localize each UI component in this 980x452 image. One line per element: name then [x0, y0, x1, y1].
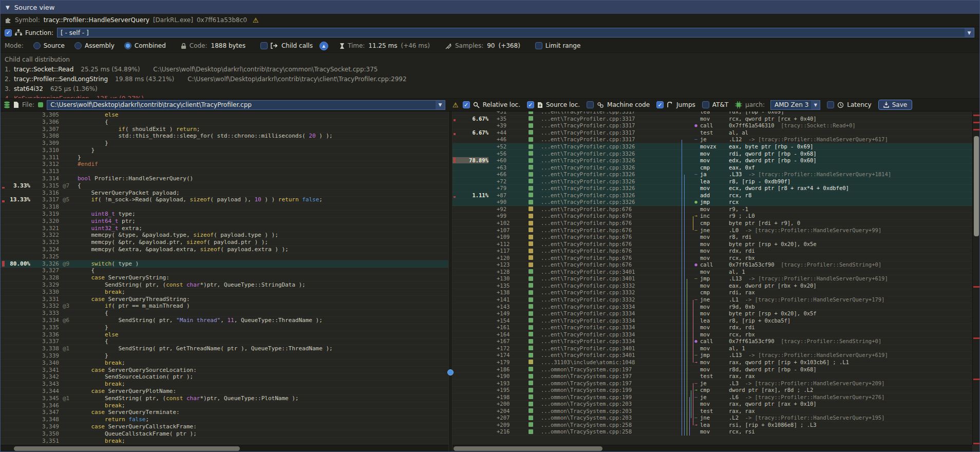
source-hscroll-thumb[interactable] — [14, 446, 240, 451]
source-line[interactable]: 3,327 { — [1, 268, 448, 275]
source-hscrollbar[interactable] — [1, 445, 448, 451]
limit-range-label[interactable]: Limit range — [545, 42, 580, 49]
chevron-down-icon[interactable]: ▼ — [811, 101, 820, 109]
collapse-triangle-icon[interactable]: ▼ — [6, 5, 10, 10]
asm-instruction-row[interactable]: +195...ommon\TracySystem.cpp:199→cmpdwor… — [453, 387, 972, 394]
uarch-select[interactable]: AMD Zen 3 ▼ — [770, 100, 820, 110]
asm-instruction-row[interactable]: +112...ent\TracyProfiler.hpp:676movbyte … — [453, 240, 972, 248]
limit-range-checkbox[interactable] — [535, 42, 542, 49]
asm-instruction-row[interactable]: +216...ommon\TracySystem.cpp:258movrcx, … — [453, 428, 972, 436]
asm-hscrollbar[interactable] — [453, 445, 972, 451]
asm-instruction-row[interactable]: +130...ent\TracyProfiler.cpp:3401–jmp.L1… — [453, 275, 972, 282]
distribution-entry[interactable]: 1.tracy::Socket::Read25.25 ms (54.89%)C:… — [5, 65, 975, 74]
asm-instruction-row[interactable]: +135...ent\TracyProfiler.cpp:3332moveax,… — [453, 282, 972, 290]
source-line[interactable]: 3,316 ServerQueryPacket payload; — [1, 190, 448, 197]
source-line[interactable]: 3,333 { — [1, 310, 448, 317]
asm-instruction-row[interactable]: +72...ent\TracyProfiler.cpp:3326lear8, [… — [453, 178, 972, 185]
source-line[interactable]: 3,349 case ServerQueryCallstackFrame: — [1, 423, 448, 430]
asm-instruction-row[interactable]: +207...ommon\TracySystem.cpp:203–jne.L2 … — [453, 415, 972, 422]
source-line[interactable]: 80.00%3,326@9 switch( type ) — [1, 260, 448, 268]
source-line[interactable]: 3,337 { — [1, 338, 448, 346]
asm-instruction-row[interactable]: +128...ent\TracyProfiler.cpp:3401moval, … — [453, 269, 972, 276]
asm-instruction-row[interactable]: +172...ent\TracyProfiler.cpp:3401moval, … — [453, 345, 972, 352]
asm-instruction-row[interactable]: +186...ommon\TracySystem.cpp:197movr8d, … — [453, 366, 972, 373]
source-line[interactable]: 3,332@3 if( ptr == m_mainThread ) — [1, 303, 448, 310]
radio-assembly-label[interactable]: Assembly — [85, 42, 115, 49]
source-line[interactable]: 3,344 case ServerQueryPlotName: — [1, 388, 448, 395]
child-calls-checkbox[interactable] — [260, 42, 268, 49]
asm-instruction-row[interactable]: +39...ent\TracyProfiler.cpp:3317●call0x7… — [453, 122, 972, 129]
pane-splitter[interactable] — [448, 111, 453, 451]
source-line[interactable]: 3,338@1 SendString( ptr, GetThreadName( … — [1, 345, 448, 352]
source-line[interactable]: 3,319 uint8_t type; — [1, 211, 448, 218]
toggle-source-loc[interactable]: ✓ Source loc. — [527, 101, 580, 108]
asm-instruction-row[interactable]: +154...ent\TracyProfiler.cpp:3334lear8, … — [453, 317, 972, 324]
asm-hscroll-thumb[interactable] — [454, 446, 602, 451]
asm-instruction-row[interactable]: +109...ent\TracyProfiler.hpp:676movr8, r… — [453, 234, 972, 241]
asm-instruction-row[interactable]: +102...ent\TracyProfiler.hpp:676cmpbyte … — [453, 220, 972, 227]
source-line[interactable]: 3,340 break; — [1, 360, 448, 367]
source-line[interactable]: 3,335 } — [1, 324, 448, 331]
asm-instruction-row[interactable]: +90...ent\TracyProfiler.cpp:3326●jmprcx — [453, 199, 972, 206]
distribution-entry[interactable]: 4.KeSynchronizeExecution125 μs (0.27%) — [5, 94, 975, 98]
jumps-checkbox[interactable]: ✓ — [656, 101, 664, 108]
source-line[interactable]: 3,320 uint64_t ptr; — [1, 218, 448, 225]
asm-instruction-row[interactable]: +138...ent\TracyProfiler.cpp:3332cmprdi,… — [453, 289, 972, 296]
asm-instruction-row[interactable]: +63...ent\TracyProfiler.cpp:3326cmpeax, … — [453, 164, 972, 171]
asm-instruction-row[interactable]: 78.89%+60...ent\TracyProfiler.cpp:3326mo… — [453, 157, 972, 164]
asm-instruction-row[interactable]: +179....31103\include\atomic:1048→movrax… — [453, 359, 972, 366]
att-checkbox[interactable] — [702, 101, 709, 108]
source-line[interactable]: 3,310 } — [1, 147, 448, 154]
source-line[interactable]: 13.33%3,317@5 if( !m_sock->Read( &payloa… — [1, 197, 448, 204]
source-line[interactable]: 3,341 case ServerQuerySourceLocation: — [1, 367, 448, 374]
source-line[interactable]: 3,306 { — [1, 119, 448, 126]
asm-instruction-row[interactable]: +164...ent\TracyProfiler.cpp:3334movrcx,… — [453, 331, 972, 338]
source-line[interactable]: 3,314bool Profiler::HandleServerQuery() — [1, 175, 448, 182]
source-line[interactable]: 3,312#endif — [1, 161, 448, 168]
source-line[interactable]: 3,325 — [1, 253, 448, 260]
source-line[interactable]: 3,322 memcpy( &type, &payload.type, size… — [1, 232, 448, 239]
source-line[interactable]: 3,347 case ServerQueryTerminate: — [1, 409, 448, 416]
radio-combined-label[interactable]: Combined — [135, 42, 166, 49]
child-calls-label[interactable]: Child calls — [281, 42, 313, 49]
source-line[interactable]: 3,305 else — [1, 111, 448, 119]
asm-instruction-row[interactable]: +204...ommon\TracySystem.cpp:203testrax,… — [453, 408, 972, 415]
toggle-latency[interactable]: Latency — [827, 101, 871, 108]
asm-instruction-row[interactable]: 6.67%+35...ent\TracyProfiler.cpp:3317mov… — [453, 116, 972, 123]
assembly-pane[interactable]: +31...ent\TracyProfiler.cpp:3317leardx, … — [453, 111, 979, 451]
asm-vscroll-thumb[interactable] — [974, 136, 979, 236]
asm-instruction-row[interactable]: +198...ommon\TracySystem.cpp:199–je.L6 -… — [453, 393, 972, 401]
source-line[interactable]: 3,336 else — [1, 331, 448, 338]
collapse-up-button[interactable]: ▲ — [319, 42, 328, 50]
asm-instruction-row[interactable]: +167...ent\TracyProfiler.cpp:3334●call0x… — [453, 338, 972, 345]
asm-instruction-row[interactable]: +46...ent\TracyProfiler.cpp:3317–je.L12 … — [453, 136, 972, 143]
source-line[interactable]: 3,339 } — [1, 352, 448, 360]
source-line[interactable]: 3,309 } — [1, 140, 448, 147]
source-line[interactable]: 3,324 memcpy( &extra, &payload.extra, si… — [1, 246, 448, 253]
asm-instruction-row[interactable]: +107...ent\TracyProfiler.hpp:676–jne.L0 … — [453, 227, 972, 234]
source-line[interactable]: 3,313 — [1, 168, 448, 175]
radio-combined[interactable] — [124, 42, 131, 49]
asm-instruction-row[interactable]: +209...ommon\TracySystem.cpp:258→learsi,… — [453, 422, 972, 429]
asm-instruction-row[interactable]: 1.11%+87...ent\TracyProfiler.cpp:3326add… — [453, 192, 972, 199]
source-line[interactable]: 3,346 break; — [1, 402, 448, 409]
asm-instruction-row[interactable]: +174...ent\TracyProfiler.cpp:3401–jmp.L1… — [453, 352, 972, 359]
source-line[interactable]: 3,330 break; — [1, 289, 448, 296]
asm-instruction-row[interactable]: +120...ent\TracyProfiler.hpp:676movrcx, … — [453, 254, 972, 261]
function-select[interactable]: [ - self - ] ▼ — [57, 28, 974, 37]
toggle-machine-code[interactable]: Machine code — [587, 101, 650, 108]
asm-instruction-row[interactable]: +92...ent\TracyProfiler.hpp:676movr9, -1 — [453, 206, 972, 213]
distribution-entry[interactable]: 3.stat64i32625 μs (1.36%) — [5, 84, 975, 94]
asm-instruction-row[interactable]: +123...ent\TracyProfiler.hpp:676●call0x7… — [453, 261, 972, 269]
asm-instruction-row[interactable]: +190...ommon\TracySystem.cpp:197testrax,… — [453, 373, 972, 380]
asm-instruction-row[interactable]: +66...ent\TracyProfiler.cpp:3326–ja.L33 … — [453, 171, 972, 178]
asm-instruction-row[interactable]: +161...ent\TracyProfiler.cpp:3334movrdx,… — [453, 324, 972, 331]
source-line[interactable]: 3,308 std::this_thread::sleep_for( std::… — [1, 133, 448, 140]
save-button[interactable]: Save — [878, 100, 912, 110]
chevron-down-icon[interactable]: ▼ — [436, 101, 445, 109]
source-line[interactable]: 3,311} — [1, 154, 448, 161]
radio-source-label[interactable]: Source — [44, 42, 65, 49]
function-checkbox[interactable]: ✓ — [5, 29, 12, 36]
title-bar[interactable]: ▼ Source view — [1, 1, 979, 14]
source-line[interactable]: 3,350 QueueCallstackFrame( ptr ); — [1, 430, 448, 438]
